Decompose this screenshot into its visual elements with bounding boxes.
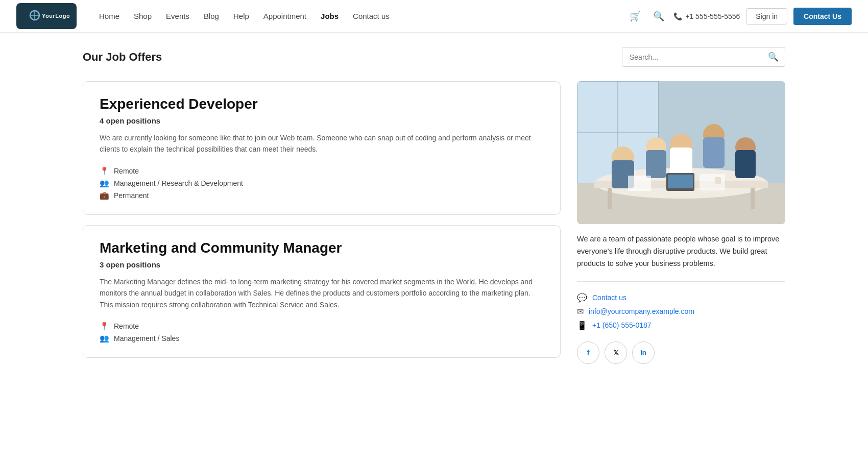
- sidebar: We are a team of passionate people whose…: [577, 81, 785, 364]
- page-content: Our Job Offers 🔍 Experienced Developer 4…: [66, 33, 802, 384]
- contact-us-button[interactable]: Contact Us: [793, 8, 852, 25]
- jobs-column: Experienced Developer 4 open positions W…: [83, 81, 561, 358]
- svg-rect-20: [703, 137, 725, 168]
- department-label-marketing: Management / Sales: [114, 334, 179, 342]
- group-icon-marketing: 👥: [100, 334, 109, 343]
- search-wrapper: 🔍: [622, 47, 785, 67]
- sidebar-contact-us-link[interactable]: 💬 Contact us: [577, 293, 785, 303]
- main-layout: Experienced Developer 4 open positions W…: [83, 81, 785, 364]
- department-item-marketing: 👥 Management / Sales: [100, 334, 544, 343]
- svg-rect-11: [608, 188, 612, 209]
- nav-appointment[interactable]: Appointment: [257, 8, 312, 25]
- job-meta-developer: 📍 Remote 👥 Management / Research & Devel…: [100, 166, 544, 200]
- search-input[interactable]: [622, 48, 762, 66]
- search-submit-icon: 🔍: [768, 52, 779, 62]
- nav-blog[interactable]: Blog: [198, 8, 225, 25]
- facebook-button[interactable]: f: [577, 341, 599, 364]
- twitter-button[interactable]: 𝕏: [605, 341, 627, 364]
- location-item-marketing: 📍 Remote: [100, 322, 544, 331]
- svg-rect-26: [700, 174, 725, 190]
- phone-sidebar-icon: 📱: [577, 321, 587, 330]
- job-description-developer: We are currently looking for someone lik…: [100, 132, 544, 155]
- job-title-developer: Experienced Developer: [100, 96, 544, 112]
- nav-contact[interactable]: Contact us: [347, 8, 396, 25]
- linkedin-icon: in: [640, 349, 646, 356]
- svg-rect-25: [628, 176, 651, 191]
- cart-icon: 🛒: [630, 11, 641, 22]
- logo[interactable]: YourLogo: [16, 3, 77, 29]
- briefcase-icon-developer: 💼: [100, 191, 109, 200]
- search-nav-icon: 🔍: [653, 11, 664, 22]
- nav-jobs[interactable]: Jobs: [315, 8, 345, 25]
- search-submit-button[interactable]: 🔍: [762, 47, 785, 66]
- facebook-icon: f: [587, 348, 590, 357]
- sidebar-phone-link[interactable]: 📱 +1 (650) 555-0187: [577, 321, 785, 330]
- phone-display: 📞 +1 555-555-5556: [673, 12, 740, 20]
- twitter-icon: 𝕏: [613, 349, 619, 357]
- svg-rect-16: [646, 150, 666, 178]
- location-label-developer: Remote: [114, 167, 139, 175]
- location-label-marketing: Remote: [114, 322, 139, 330]
- group-icon-developer: 👥: [100, 179, 109, 188]
- phone-icon: 📞: [673, 12, 682, 20]
- location-pin-icon-marketing: 📍: [100, 322, 109, 331]
- sidebar-phone: +1 (650) 555-0187: [592, 321, 652, 329]
- job-card-marketing[interactable]: Marketing and Community Manager 3 open p…: [83, 225, 561, 358]
- svg-rect-24: [668, 175, 693, 188]
- logo-svg: YourLogo: [23, 6, 69, 25]
- email-icon: ✉: [577, 307, 584, 316]
- open-positions-marketing: 3 open positions: [100, 260, 544, 269]
- page-title: Our Job Offers: [83, 51, 162, 64]
- sidebar-image: [577, 81, 785, 224]
- navbar-right: 🛒 🔍 📞 +1 555-555-5556 Sign in Contact Us: [626, 8, 852, 25]
- sidebar-email-link[interactable]: ✉ info@yourcompany.example.com: [577, 307, 785, 316]
- navbar: YourLogo Home Shop Events Blog Help Appo…: [0, 0, 868, 33]
- location-item-developer: 📍 Remote: [100, 166, 544, 176]
- sidebar-email: info@yourcompany.example.com: [589, 307, 694, 315]
- sidebar-contact-label: Contact us: [592, 293, 626, 302]
- open-positions-developer: 4 open positions: [100, 116, 544, 125]
- svg-rect-18: [670, 148, 692, 177]
- location-pin-icon: 📍: [100, 166, 109, 176]
- search-nav-button[interactable]: 🔍: [650, 8, 667, 25]
- nav-shop[interactable]: Shop: [128, 8, 158, 25]
- svg-rect-12: [751, 188, 755, 209]
- page-header: Our Job Offers 🔍: [83, 47, 785, 67]
- sidebar-social-links: f 𝕏 in: [577, 341, 785, 364]
- svg-text:YourLogo: YourLogo: [42, 13, 69, 19]
- logo-text[interactable]: YourLogo: [16, 3, 77, 29]
- job-description-marketing: The Marketing Manager defines the mid- t…: [100, 276, 544, 310]
- employment-label-developer: Permanent: [114, 191, 149, 200]
- department-item-developer: 👥 Management / Research & Development: [100, 179, 544, 188]
- linkedin-button[interactable]: in: [632, 341, 655, 364]
- chat-icon: 💬: [577, 293, 587, 303]
- svg-rect-27: [715, 177, 721, 184]
- job-meta-marketing: 📍 Remote 👥 Management / Sales: [100, 322, 544, 343]
- nav-help[interactable]: Help: [227, 8, 255, 25]
- job-card-developer[interactable]: Experienced Developer 4 open positions W…: [83, 81, 561, 215]
- phone-number: +1 555-555-5556: [685, 12, 740, 20]
- sidebar-contact-links: 💬 Contact us ✉ info@yourcompany.example.…: [577, 293, 785, 330]
- svg-rect-22: [735, 150, 756, 178]
- sidebar-description: We are a team of passionate people whose…: [577, 233, 785, 282]
- department-label-developer: Management / Research & Development: [114, 179, 243, 187]
- office-illustration: [577, 81, 785, 224]
- nav-home[interactable]: Home: [93, 8, 126, 25]
- cart-button[interactable]: 🛒: [626, 8, 644, 25]
- job-title-marketing: Marketing and Community Manager: [100, 240, 544, 256]
- nav-events[interactable]: Events: [160, 8, 196, 25]
- sign-in-button[interactable]: Sign in: [746, 8, 787, 25]
- nav-links: Home Shop Events Blog Help Appointment J…: [93, 8, 626, 25]
- employment-item-developer: 💼 Permanent: [100, 191, 544, 200]
